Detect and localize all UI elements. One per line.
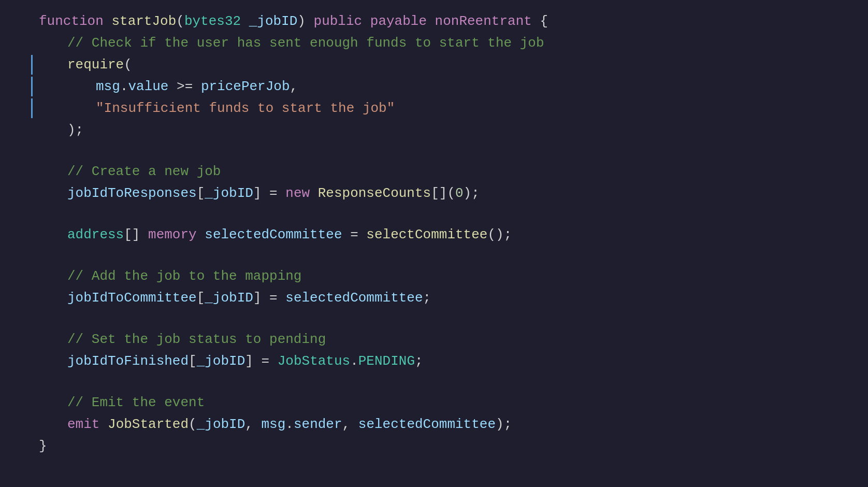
token-fn-call: ResponseCounts [318,185,431,201]
token-property: value [128,79,168,94]
token-var-name: jobIdToCommittee [67,290,197,306]
token-bracket: ] [253,290,262,306]
token-type-kw: address [67,227,124,242]
token-comment: // Check if the user has sent enough fun… [67,35,544,51]
code-line [0,141,868,161]
token-punctuation: , [245,417,253,432]
token-brace: { [540,13,548,29]
token-enum-val: JobStatus [278,353,350,369]
code-line: address[] memory selectedCommittee = sel… [0,224,868,246]
token-var-name: msg [262,417,286,432]
token-kw-memory: memory [148,227,197,242]
token-plain [362,13,370,29]
code-line: "Insufficient funds to start the job" [0,97,868,119]
token-kw-nonre: nonReentrant [435,13,532,29]
token-plain [358,227,367,242]
token-plain [278,185,286,201]
token-punctuation: , [342,417,351,432]
token-var-name: jobIdToResponses [67,185,197,201]
token-plain [310,185,318,201]
token-enum-val: PENDING [358,353,415,369]
token-paren: ( [124,57,132,73]
code-line [0,246,868,265]
token-paren: ( [189,417,197,432]
token-param: _jobID [205,185,253,201]
token-param: _jobID [205,290,253,306]
code-line: msg.value >= pricePerJob, [0,76,868,97]
token-punctuation: ; [504,417,512,432]
token-operator: = [350,227,358,242]
token-punctuation: ; [423,290,431,306]
token-plain [261,185,269,201]
token-plain [269,353,278,369]
token-punctuation: ; [415,353,423,369]
token-plain [261,290,269,306]
token-comment: // Create a new job [67,164,221,179]
code-line: function startJob(bytes32 _jobID) public… [0,10,868,32]
token-fn-call: JobStarted [108,417,189,432]
token-bracket: [] [124,227,140,242]
token-punctuation: . [350,353,358,369]
token-plain [193,79,201,94]
token-property: sender [294,417,342,432]
token-type-kw: bytes32 [184,13,241,29]
code-line [0,372,868,392]
token-param: _jobID [249,13,298,29]
token-plain [532,13,540,29]
token-kw-emit: emit [67,417,99,432]
code-line: // Create a new job [0,161,868,182]
token-punctuation: ( [176,13,184,29]
token-plain [168,79,177,94]
token-punctuation: ; [471,185,480,201]
code-lines: function startJob(bytes32 _jobID) public… [0,10,868,457]
code-line: require( [0,54,868,76]
token-operator: = [269,185,278,201]
token-punctuation: , [290,79,298,94]
code-line: // Emit the event [0,392,868,413]
token-number: 0 [455,185,464,201]
token-brace: } [39,438,47,454]
code-editor: function startJob(bytes32 _jobID) public… [0,0,868,487]
token-punctuation: ) [297,13,306,29]
token-plain [427,13,435,29]
code-line: emit JobStarted(_jobID, msg.sender, sele… [0,413,868,435]
token-var-name: selectedCommittee [205,227,342,242]
token-bracket: [ [197,290,205,306]
token-kw-pub: public [314,13,363,29]
token-var-name: msg [96,79,120,94]
code-line: } [0,435,868,457]
code-line: jobIdToResponses[_jobID] = new ResponseC… [0,182,868,204]
token-punctuation: . [285,417,294,432]
token-plain [253,353,262,369]
token-punctuation: . [120,79,128,94]
code-line: // Add the job to the mapping [0,265,868,287]
code-line: ); [0,119,868,141]
token-kw-func: function [39,13,111,29]
token-paren: ) [464,185,472,201]
code-line: // Check if the user has sent enough fun… [0,32,868,54]
code-line: // Set the job status to pending [0,328,868,350]
token-plain [140,227,148,242]
token-bracket: [] [431,185,447,201]
token-fn-call: selectCommittee [366,227,487,242]
token-plain [253,417,262,432]
code-line [0,309,868,328]
token-punctuation: ; [504,227,512,242]
token-param: _jobID [197,417,245,432]
code-line: jobIdToCommittee[_jobID] = selectedCommi… [0,287,868,309]
token-plain [99,417,108,432]
token-plain [342,227,351,242]
token-var-name: jobIdToFinished [67,353,189,369]
token-plain [350,417,358,432]
token-paren: () [487,227,503,242]
token-operator: = [262,353,270,369]
token-bracket: [ [197,185,205,201]
token-kw-new: new [285,185,310,201]
token-param: _jobID [197,353,245,369]
token-bracket: ] [245,353,253,369]
token-comment: // Emit the event [67,395,205,410]
token-var-name: pricePerJob [201,79,290,94]
token-fn-name: startJob [111,13,176,29]
token-paren: ( [447,185,455,201]
token-comment: // Set the job status to pending [67,332,326,347]
